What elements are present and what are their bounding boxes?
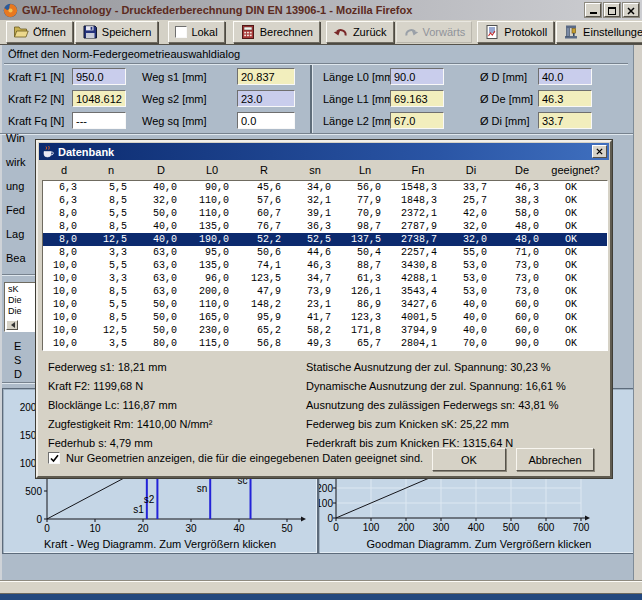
table-cell: 56,0	[341, 181, 391, 194]
calculate-icon	[240, 24, 256, 40]
open-button[interactable]: Öffnen	[6, 21, 73, 43]
svg-text:300: 300	[433, 522, 450, 533]
table-row[interactable]: 10,08,563,0200,047,973,9126,13543,453,07…	[43, 285, 607, 298]
calculate-button[interactable]: Berechnen	[233, 21, 320, 43]
table-cell: 123,3	[341, 311, 391, 324]
table-cell: 63,0	[137, 259, 187, 272]
settings-icon	[563, 24, 579, 40]
column-header: Di	[446, 164, 496, 179]
table-cell: 63,0	[137, 246, 187, 259]
dialog-close-button[interactable]	[592, 145, 607, 158]
table-row[interactable]: 10,012,550,0230,065,258,2171,83794,940,0…	[43, 324, 607, 337]
maximize-button[interactable]	[604, 3, 620, 17]
table-cell: 5,5	[87, 207, 137, 220]
d-di-field[interactable]: 33.7	[538, 112, 592, 129]
scroll-left-button[interactable]	[6, 320, 18, 330]
background-text-fragment: Fed	[6, 204, 25, 216]
d-di-label: Ø Di [mm]	[480, 112, 530, 129]
table-cell: 10,0	[43, 285, 87, 298]
local-checkbox[interactable]	[175, 26, 187, 38]
summary-line: Zugfestigkeit Rm: 1410,00 N/mm²	[48, 415, 212, 434]
table-cell: 53,0	[447, 285, 497, 298]
svg-text:0: 0	[36, 514, 42, 525]
table-cell: OK	[549, 259, 604, 272]
table-cell: 135,0	[187, 220, 239, 233]
dialog-titlebar[interactable]: Datenbank	[39, 143, 609, 160]
geometry-table: 6,35,540,090,045,634,056,01548,333,746,3…	[42, 180, 608, 351]
laenge-l0-field[interactable]: 90.0	[390, 68, 444, 85]
kraft-fq-field[interactable]: ---	[72, 112, 126, 129]
table-row[interactable]: 10,05,550,0110,0148,223,186,93427,640,06…	[43, 298, 607, 311]
close-button[interactable]	[623, 3, 639, 17]
table-cell: 115,0	[187, 337, 239, 350]
firefox-window: GWJ-Technology - Druckfederberechnung DI…	[0, 0, 642, 600]
table-cell: 52,2	[239, 233, 291, 246]
table-cell: 34,7	[291, 272, 341, 285]
svg-text:100: 100	[318, 498, 333, 509]
forward-icon	[403, 24, 419, 40]
back-button[interactable]: Zurück	[326, 21, 394, 43]
svg-text:200: 200	[398, 522, 415, 533]
table-cell: 2257,4	[391, 246, 447, 259]
table-row[interactable]: 10,08,550,0165,095,941,7123,34001,540,06…	[43, 311, 607, 324]
table-row[interactable]: 6,35,540,090,045,634,056,01548,333,746,3…	[43, 181, 607, 194]
laenge-l2-field[interactable]: 67.0	[390, 112, 444, 129]
table-cell: 6,3	[43, 181, 87, 194]
forward-button[interactable]: Vorwärts	[396, 21, 473, 43]
summary-line: Dynamische Ausnutzung der zul. Spannung:…	[306, 377, 566, 396]
table-cell: 230,0	[187, 324, 239, 337]
d-d-field[interactable]: 40.0	[538, 68, 592, 85]
table-cell: 126,1	[341, 285, 391, 298]
summary-line: Blocklänge Lc: 116,87 mm	[48, 396, 212, 415]
table-cell: 52,5	[291, 233, 341, 246]
table-cell: 4001,5	[391, 311, 447, 324]
kraft-f1-field[interactable]: 950.0	[72, 68, 126, 85]
weg-s2-field[interactable]: 23.0	[237, 90, 295, 107]
table-cell: OK	[549, 337, 604, 350]
summary-line: Statische Ausnutzung der zul. Spannung: …	[306, 358, 566, 377]
ok-button[interactable]: OK	[432, 448, 506, 471]
table-cell: 98,7	[341, 220, 391, 233]
table-cell: OK	[549, 207, 604, 220]
table-row[interactable]: 6,38,532,0110,057,632,177,91848,325,738,…	[43, 194, 607, 207]
table-row[interactable]: 8,08,540,0135,076,736,398,72787,932,048,…	[43, 220, 607, 233]
table-cell: 40,0	[137, 220, 187, 233]
table-row[interactable]: 10,05,563,0135,074,146,388,73430,853,073…	[43, 259, 607, 272]
local-button[interactable]: Lokal	[168, 21, 224, 43]
table-cell: 33,7	[447, 181, 497, 194]
column-header: geeignet?	[548, 164, 603, 179]
table-cell: 2738,7	[391, 233, 447, 246]
table-cell: 3,3	[87, 272, 137, 285]
table-row[interactable]: 8,03,363,095,050,644,650,42257,455,071,0…	[43, 246, 607, 259]
table-cell: 12,5	[87, 324, 137, 337]
table-cell: 55,0	[447, 246, 497, 259]
table-cell: 71,0	[497, 246, 549, 259]
filter-checkbox[interactable]	[48, 452, 60, 464]
weg-s1-field[interactable]: 20.837	[237, 68, 295, 85]
local-label: Lokal	[191, 26, 217, 38]
table-cell: 90,0	[497, 337, 549, 350]
chart-caption: Kraft - Weg Diagramm. Zum Vergrößern kli…	[3, 538, 317, 550]
table-row[interactable]: 10,03,363,096,0123,534,761,34288,153,073…	[43, 272, 607, 285]
kraft-f2-field[interactable]: 1048.612	[72, 90, 126, 107]
table-cell: 50,6	[239, 246, 291, 259]
table-cell: 3794,9	[391, 324, 447, 337]
cancel-button[interactable]: Abbrechen	[516, 448, 594, 471]
table-cell: 58,2	[291, 324, 341, 337]
table-row[interactable]: 10,03,580,0115,056,849,365,72804,170,090…	[43, 337, 607, 350]
table-cell: 10,0	[43, 324, 87, 337]
table-row[interactable]: 8,05,550,0110,060,739,170,92372,142,058,…	[43, 207, 607, 220]
laenge-l1-field[interactable]: 69.163	[390, 90, 444, 107]
save-button[interactable]: Speichern	[75, 21, 159, 43]
table-cell: 65,2	[239, 324, 291, 337]
protocol-button[interactable]: Protokoll	[477, 21, 554, 43]
weg-sq-field[interactable]: 0.0	[237, 112, 295, 129]
calculate-label: Berechnen	[260, 26, 313, 38]
table-row[interactable]: 8,012,540,0190,052,252,5137,52738,732,04…	[43, 233, 607, 246]
dialog-title: Datenbank	[58, 146, 592, 158]
laenge-l2-label: Länge L2 [mm]	[323, 112, 396, 129]
d-de-field[interactable]: 46.3	[538, 90, 592, 107]
settings-button[interactable]: Einstellungen	[556, 21, 642, 43]
minimize-button[interactable]	[585, 3, 601, 17]
weg-s2-label: Weg s2 [mm]	[142, 90, 207, 107]
